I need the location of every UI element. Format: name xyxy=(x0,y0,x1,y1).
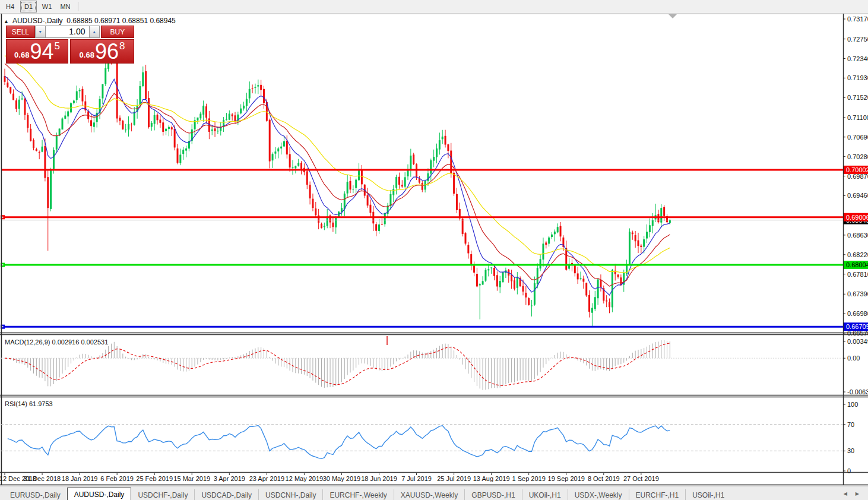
candle-body xyxy=(522,286,524,292)
candle-body xyxy=(246,99,248,106)
line-anchor-dot xyxy=(2,217,4,218)
chart-tab-eurchf-h1[interactable]: EURCHF-,H1 xyxy=(629,489,686,500)
candle-body xyxy=(588,295,590,312)
candle-body xyxy=(557,227,559,232)
chart-tab-eurchf-weekly[interactable]: EURCHF-,Weekly xyxy=(322,489,393,500)
candle-body xyxy=(240,109,242,113)
volume-increase-button[interactable]: ▲ xyxy=(89,26,100,38)
chart-tab-usdx-weekly[interactable]: USDX-,Weekly xyxy=(568,489,629,500)
candle-body xyxy=(217,131,218,131)
chart-symbol-ohlc: AUDUSD-,Daily 0.68885 0.68971 0.68851 0.… xyxy=(12,17,176,25)
candle-body xyxy=(540,259,541,268)
candle-body xyxy=(280,147,282,148)
chart-tab-gbpusd-h1[interactable]: GBPUSD-,H1 xyxy=(464,489,521,500)
candle-body xyxy=(395,177,397,188)
tab-scroll-left-icon[interactable]: ◀ xyxy=(840,491,851,496)
price-tick-label: 0.67390 xyxy=(847,290,868,298)
timeframe-button-h4[interactable]: H4 xyxy=(2,1,18,12)
candle-body xyxy=(131,125,132,125)
candle-body xyxy=(202,106,204,115)
candle-body xyxy=(652,220,654,226)
candle-body xyxy=(76,91,78,100)
rsi-indicator-label: RSI(14) 61.9753 xyxy=(5,400,53,407)
candle-body xyxy=(321,224,322,228)
candle-body xyxy=(638,240,639,246)
buy-price-button[interactable]: 0.68968 xyxy=(70,39,134,64)
price-tick-label: 0.70690 xyxy=(847,134,868,141)
sell-price-big: 94 xyxy=(30,42,53,62)
date-label: 8 Oct 2019 xyxy=(588,475,620,482)
candle-body xyxy=(585,283,587,295)
volume-input[interactable]: 1.00 xyxy=(46,26,89,38)
timeframe-button-d1[interactable]: D1 xyxy=(20,1,37,12)
price-tick-label: 0.71100 xyxy=(847,114,868,121)
candle-body xyxy=(252,88,254,88)
candle-body xyxy=(591,308,593,313)
candle-body xyxy=(614,271,616,274)
date-label: 1 Sep 2019 xyxy=(512,475,546,482)
candle-body xyxy=(277,148,279,151)
candle-body xyxy=(12,94,14,100)
price-tick-label: 0.71930 xyxy=(847,74,868,81)
collapse-panel-icon[interactable]: ▲ xyxy=(4,18,9,24)
candle-body xyxy=(389,194,391,206)
volume-decrease-button[interactable]: ▼ xyxy=(35,26,46,38)
candle-body xyxy=(151,123,153,127)
candle-body xyxy=(81,89,83,102)
date-label: 13 Aug 2019 xyxy=(473,475,510,482)
date-label: 12 May 2019 xyxy=(286,475,324,482)
candle-body xyxy=(341,208,343,212)
sell-price-pip: 5 xyxy=(54,40,59,52)
candle-body xyxy=(548,238,550,244)
chart-tab-audusd-daily[interactable]: AUDUSD-,Daily xyxy=(67,488,132,500)
candle-body xyxy=(375,224,377,230)
chart-tab-xauusd-weekly[interactable]: XAUUSD-,Weekly xyxy=(394,489,464,500)
chart-tab-eurusd-daily[interactable]: EURUSD-,Daily xyxy=(4,489,67,500)
candle-body xyxy=(15,100,17,109)
candle-body xyxy=(315,208,316,215)
sell-button[interactable]: SELL xyxy=(6,26,35,38)
candle-body xyxy=(64,116,66,119)
candle-body xyxy=(226,119,227,120)
date-label: 31 Dec 2018 xyxy=(24,475,61,482)
buy-button[interactable]: BUY xyxy=(101,26,134,38)
chart-tab-usoil-h1[interactable]: USOil-,H1 xyxy=(685,489,731,500)
candle-body xyxy=(531,306,533,306)
candle-body xyxy=(205,106,207,118)
sell-price-button[interactable]: 0.68945 xyxy=(6,39,68,64)
candle-body xyxy=(612,270,613,307)
candle-body xyxy=(324,226,325,227)
candle-body xyxy=(442,137,443,139)
timeframe-button-w1[interactable]: W1 xyxy=(39,1,55,12)
timeframe-button-mn[interactable]: MN xyxy=(57,1,74,12)
chart-tab-ukoil-h1[interactable]: UKOil-,H1 xyxy=(522,489,568,500)
date-label: 15 Mar 2019 xyxy=(173,475,210,482)
toolbar-separator xyxy=(78,2,78,11)
candle-body xyxy=(62,119,64,130)
line-price-label-text: 0.68004 xyxy=(846,261,868,268)
candle-body xyxy=(537,268,538,284)
price-tick-label: 0.68220 xyxy=(847,251,868,258)
candle-body xyxy=(142,72,144,86)
candle-body xyxy=(344,194,346,209)
candle-body xyxy=(165,129,167,131)
price-tick-label: 0.68630 xyxy=(847,232,868,239)
price-tick-label: 0.72750 xyxy=(847,36,868,43)
candle-body xyxy=(511,274,512,281)
chart-tab-usdchf-daily[interactable]: USDCHF-,Daily xyxy=(131,489,194,500)
tab-scroll-right-icon[interactable]: ▶ xyxy=(851,491,863,496)
candle-body xyxy=(263,89,265,103)
candle-body xyxy=(7,83,8,87)
candle-body xyxy=(358,170,360,180)
chart-tab-usdcnh-daily[interactable]: USDCNH-,Daily xyxy=(258,489,322,500)
date-label: 3 Apr 2019 xyxy=(214,475,245,482)
candle-body xyxy=(312,199,313,208)
chart-tab-usdcad-daily[interactable]: USDCAD-,Daily xyxy=(194,489,258,500)
candle-body xyxy=(199,113,201,118)
candle-body xyxy=(545,242,547,245)
chart-tab-bar: EURUSD-,DailyAUDUSD-,DailyUSDCHF-,DailyU… xyxy=(0,486,868,500)
chart-background xyxy=(1,13,868,485)
candle-body xyxy=(580,278,582,279)
candle-body xyxy=(649,225,651,232)
candle-body xyxy=(392,189,394,195)
